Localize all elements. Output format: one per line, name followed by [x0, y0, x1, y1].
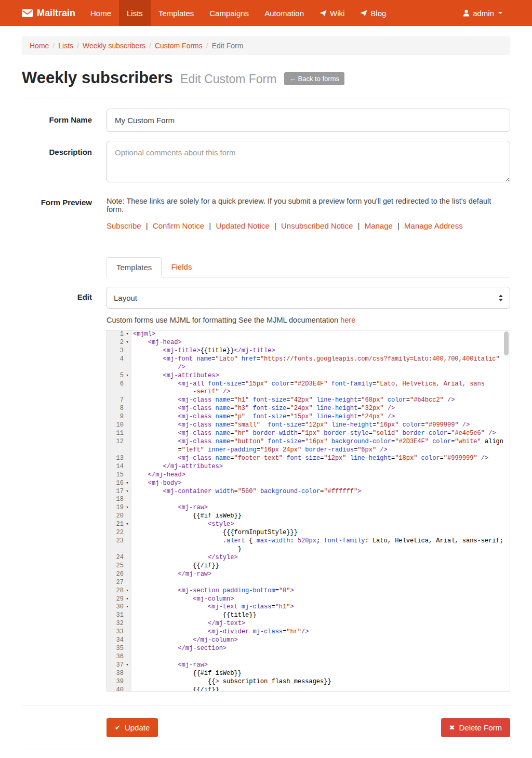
breadcrumb-item-custom-forms[interactable]: Custom Forms	[155, 42, 203, 50]
code-line: <mj-container width="560" background-col…	[131, 488, 361, 496]
preview-link-manage-address[interactable]: Manage Address	[404, 221, 463, 230]
line-number: 7	[107, 396, 124, 405]
user-menu[interactable]: admin	[455, 0, 510, 26]
line-number: 23	[107, 537, 124, 546]
editor-gutter-cell: 34	[107, 636, 131, 645]
editor-scrollbar-thumb[interactable]	[504, 331, 509, 355]
edit-template-select[interactable]: Layout	[107, 287, 510, 309]
form-name-label: Form Name	[22, 109, 107, 132]
line-number: 14	[107, 463, 124, 471]
send-icon	[320, 10, 327, 17]
line-number: 25	[107, 562, 124, 570]
actions-divider	[22, 705, 510, 706]
back-to-forms-button[interactable]: ← Back to forms	[284, 72, 344, 85]
breadcrumb-item-home[interactable]: Home	[30, 42, 49, 50]
editor-gutter-cell: 18	[107, 496, 131, 504]
preview-link-manage[interactable]: Manage	[365, 221, 393, 230]
nav-item-automation[interactable]: Automation	[257, 0, 312, 26]
fold-icon[interactable]: ▾	[124, 521, 131, 529]
editor-row: 14 </mj-attributes>	[107, 463, 510, 471]
nav-item-blog[interactable]: Blog	[352, 0, 394, 26]
breadcrumb-separator: /	[145, 42, 155, 50]
line-number: 38	[107, 670, 124, 678]
update-button[interactable]: ✔ Update	[107, 718, 158, 737]
code-editor[interactable]: 1▾<mjml>2▾ <mj-head>3 <mj-title>{{title}…	[107, 330, 510, 691]
line-number: 13	[107, 455, 124, 463]
line-number: 32	[107, 620, 124, 628]
code-line: <mj-class name="hr" border-width="1px" b…	[131, 430, 496, 438]
fold-slot	[124, 347, 131, 355]
fold-icon[interactable]: ▾	[124, 595, 131, 604]
description-label: Description	[22, 141, 107, 184]
editor-row: 39 {{> subscription_flash_messages}}	[107, 678, 510, 686]
breadcrumb-item-lists[interactable]: Lists	[58, 42, 73, 50]
line-number: 20	[107, 512, 124, 521]
editor-gutter-cell: 37▾	[107, 661, 131, 670]
fold-slot	[124, 364, 131, 372]
code-line: </mj-raw>	[131, 570, 211, 579]
fold-slot	[124, 636, 131, 645]
user-label: admin	[473, 9, 494, 18]
preview-link-confirm-notice[interactable]: Confirm Notice	[153, 221, 204, 230]
mjml-docs-link[interactable]: here	[340, 316, 355, 324]
send-icon	[360, 10, 367, 17]
editor-gutter-cell: 32	[107, 620, 131, 628]
preview-link-subscribe[interactable]: Subscribe	[107, 221, 141, 230]
code-line: <mj-divider mj-class="hr"/>	[131, 628, 309, 636]
editor-row: 35 </mj-section>	[107, 645, 510, 653]
fold-icon[interactable]: ▾	[124, 661, 131, 670]
fold-slot	[124, 529, 131, 537]
tab-templates[interactable]: Templates	[107, 257, 162, 277]
editor-row: 16▾ <mj-body>	[107, 480, 510, 488]
preview-link-unsubscribed-notice[interactable]: Unsubscribed Notice	[281, 221, 353, 230]
code-line: -serif" />	[131, 388, 230, 396]
editor-gutter-cell: 25	[107, 562, 131, 570]
code-line: <mj-raw>	[131, 661, 208, 670]
editor-row: 8 <mj-class name="h3" font-size="24px" l…	[107, 405, 510, 413]
preview-link-separator: |	[141, 221, 153, 230]
editor-row: 22 {{{formInputStyle}}}	[107, 529, 510, 537]
preview-link-updated-notice[interactable]: Updated Notice	[216, 221, 269, 230]
page-header: Weekly subscribers Edit Custom Form ← Ba…	[22, 69, 510, 87]
editor-row: 38 {{#if isWeb}}	[107, 670, 510, 678]
editor-row: 12 <mj-class name="button" font-size="16…	[107, 438, 510, 446]
editor-gutter-cell: 23	[107, 537, 131, 546]
description-textarea[interactable]	[107, 141, 510, 182]
nav-item-lists[interactable]: Lists	[119, 0, 151, 26]
editor-row: }	[107, 546, 510, 554]
brand[interactable]: Mailtrain	[22, 0, 83, 26]
nav-item-wiki[interactable]: Wiki	[312, 0, 352, 26]
code-line: />	[131, 364, 185, 372]
editor-row: 7 <mj-class name="h1" font-size="42px" l…	[107, 396, 510, 405]
fold-icon[interactable]: ▾	[124, 480, 131, 488]
editor-row: 34 </mj-column>	[107, 636, 510, 645]
fold-icon[interactable]: ▾	[124, 330, 131, 339]
editor-gutter-cell: 21▾	[107, 521, 131, 529]
breadcrumb-item-weekly-subscribers[interactable]: Weekly subscribers	[83, 42, 145, 50]
nav-item-home[interactable]: Home	[83, 0, 119, 26]
editor-row: 40 {{/if}}	[107, 686, 510, 691]
fold-icon[interactable]: ▾	[124, 587, 131, 595]
code-line: <mj-class name="button" font-size="16px"…	[131, 438, 503, 446]
fold-icon[interactable]: ▾	[124, 603, 131, 611]
editor-gutter-cell: 1▾	[107, 330, 131, 339]
fold-icon[interactable]: ▾	[124, 339, 131, 347]
editor-row: 20 {{#if isWeb}}	[107, 512, 510, 521]
fold-icon[interactable]: ▾	[124, 504, 131, 512]
line-number: 18	[107, 496, 124, 504]
line-number: 12	[107, 438, 124, 446]
form-name-input[interactable]	[107, 109, 510, 132]
breadcrumb: Home/Lists/Weekly subscribers/Custom For…	[22, 36, 510, 55]
nav-item-campaigns[interactable]: Campaigns	[202, 0, 257, 26]
tab-fields[interactable]: Fields	[162, 257, 201, 277]
code-line: <mj-raw>	[131, 504, 208, 512]
nav-item-templates[interactable]: Templates	[151, 0, 202, 26]
code-line: <mj-column>	[131, 595, 234, 604]
preview-links: Subscribe | Confirm Notice | Updated Not…	[107, 221, 510, 230]
fold-icon[interactable]: ▾	[124, 372, 131, 380]
envelope-icon	[22, 9, 33, 17]
fold-icon[interactable]: ▾	[124, 488, 131, 496]
delete-form-button[interactable]: ✖ Delete Form	[441, 718, 510, 737]
editor-row: 37▾ <mj-raw>	[107, 661, 510, 670]
mjml-help-text: Custom forms use MJML for formatting See…	[107, 316, 340, 324]
